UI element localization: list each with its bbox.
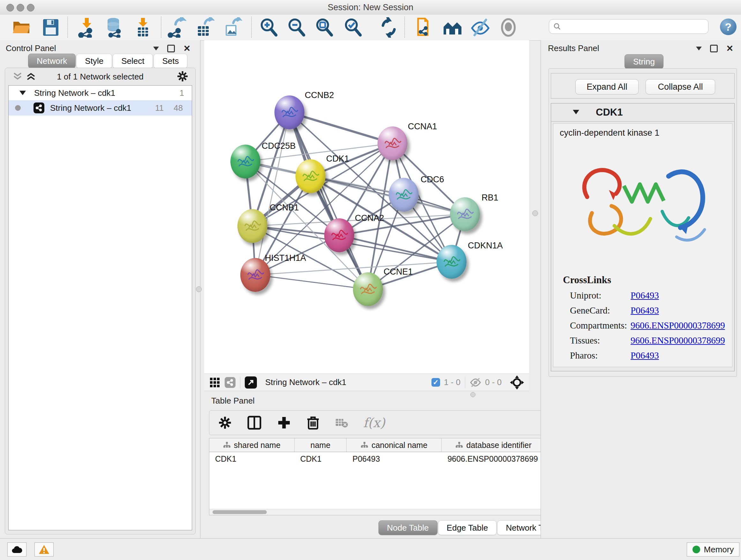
help-button[interactable]: ? bbox=[720, 18, 737, 35]
pan-crosshair-icon[interactable] bbox=[510, 375, 524, 389]
tab-string[interactable]: String bbox=[624, 54, 664, 69]
delete-column-trash-icon[interactable] bbox=[307, 415, 320, 430]
results-float-icon[interactable] bbox=[696, 47, 702, 51]
node-CDKN1A[interactable] bbox=[436, 245, 467, 279]
table-cell[interactable]: P06493 bbox=[347, 452, 442, 465]
view-title: String Network – cdk1 bbox=[265, 377, 346, 387]
delete-table-icon-disabled bbox=[335, 418, 348, 428]
panel-close-icon[interactable]: ✕ bbox=[183, 46, 191, 51]
cloud-status-button[interactable] bbox=[7, 543, 26, 557]
node-CDC6[interactable] bbox=[389, 178, 419, 212]
section-collapse-icon[interactable] bbox=[573, 110, 579, 114]
node-CCNA1[interactable] bbox=[378, 126, 408, 160]
table-cell[interactable]: 9606.ENSP00000378699 bbox=[442, 452, 546, 465]
export-network-icon[interactable] bbox=[166, 17, 186, 38]
collection-count: 1 bbox=[180, 88, 184, 98]
memory-status-dot bbox=[692, 546, 700, 553]
column-header-shared-name[interactable]: shared name bbox=[209, 438, 294, 452]
import-network-database-icon[interactable] bbox=[104, 17, 124, 38]
crosslink-link[interactable]: P06493 bbox=[630, 350, 659, 361]
crosslink-link[interactable]: 9606.ENSP00000378699 bbox=[630, 335, 725, 346]
tab-node-table[interactable]: Node Table bbox=[379, 520, 437, 535]
right-splitter-handle[interactable] bbox=[532, 210, 538, 216]
warnings-button[interactable] bbox=[35, 543, 54, 557]
memory-label: Memory bbox=[704, 545, 734, 555]
show-all-eye-icon[interactable] bbox=[498, 17, 519, 38]
column-header-database-identifier[interactable]: database identifier bbox=[442, 438, 546, 452]
tab-network[interactable]: Network bbox=[28, 54, 76, 68]
crosslink-link[interactable]: 9606.ENSP00000378699 bbox=[630, 320, 725, 331]
table-cell[interactable]: CDK1 bbox=[294, 452, 347, 465]
hidden-eye-icon[interactable] bbox=[470, 378, 481, 387]
add-column-plus-icon[interactable] bbox=[277, 416, 291, 430]
node-CCNA2[interactable] bbox=[324, 219, 354, 252]
import-network-file-icon[interactable] bbox=[77, 17, 97, 38]
bottom-splitter-handle[interactable] bbox=[470, 392, 475, 397]
crosslink-link[interactable]: P06493 bbox=[630, 305, 659, 316]
node-CCNB2[interactable] bbox=[274, 96, 305, 129]
network-row-selected[interactable]: String Network – cdk1 11 48 bbox=[9, 100, 192, 116]
zoom-out-icon[interactable] bbox=[286, 17, 307, 38]
open-file-icon[interactable] bbox=[11, 17, 32, 38]
node-CDK1[interactable] bbox=[295, 159, 326, 193]
node-RB1[interactable] bbox=[450, 197, 480, 231]
results-close-icon[interactable]: ✕ bbox=[726, 46, 733, 51]
collection-expand-icon[interactable] bbox=[19, 91, 26, 95]
show-columns-icon[interactable] bbox=[247, 415, 262, 430]
clone-network-icon[interactable] bbox=[414, 17, 434, 38]
crosslink-label: Pharos: bbox=[570, 350, 598, 361]
scrollbar-thumb[interactable] bbox=[212, 510, 267, 514]
column-header-name[interactable]: name bbox=[294, 438, 347, 452]
export-image-icon[interactable] bbox=[222, 17, 242, 38]
string-view-icon[interactable] bbox=[225, 377, 235, 388]
zoom-in-icon[interactable] bbox=[259, 17, 279, 38]
refresh-view-icon[interactable] bbox=[379, 17, 399, 38]
edge-CCNE1-HIST1H1A[interactable] bbox=[255, 275, 368, 289]
memory-button[interactable]: Memory bbox=[687, 543, 739, 557]
tab-style[interactable]: Style bbox=[76, 54, 112, 68]
zoom-selected-icon[interactable] bbox=[343, 17, 363, 38]
string-network-icon bbox=[33, 103, 44, 113]
results-maximize-icon[interactable] bbox=[710, 45, 718, 52]
panel-float-icon[interactable] bbox=[153, 47, 159, 51]
column-header-canonical-name[interactable]: canonical name bbox=[347, 438, 442, 452]
protein-structure-thumbnail bbox=[389, 178, 419, 212]
gear-icon[interactable] bbox=[177, 71, 188, 82]
table-cell[interactable]: CDK1 bbox=[209, 452, 294, 465]
node-label-CCNA1: CCNA1 bbox=[408, 122, 437, 132]
edge-CCNB2-HIST1H1A[interactable] bbox=[255, 112, 289, 275]
node-CCNE1[interactable] bbox=[353, 272, 383, 306]
zoom-fit-icon[interactable] bbox=[314, 17, 335, 38]
collapse-all-button[interactable]: Collapse All bbox=[646, 79, 715, 95]
node-CDC25B[interactable] bbox=[230, 145, 260, 179]
node-CCNB1[interactable] bbox=[238, 209, 267, 243]
table-settings-gear-icon[interactable] bbox=[218, 416, 232, 429]
gene-section-header[interactable]: CDK1 bbox=[551, 104, 734, 122]
left-splitter-handle[interactable] bbox=[196, 287, 202, 292]
export-table-icon[interactable] bbox=[194, 17, 214, 38]
hide-selected-eye-icon[interactable] bbox=[470, 17, 490, 38]
node-label-HIST1H1A: HIST1H1A bbox=[265, 253, 306, 263]
birds-eye-view-icon[interactable] bbox=[209, 377, 220, 388]
string-results-container: Expand All Collapse All CDK1 cyclin-depe… bbox=[549, 68, 737, 377]
network-collection-row[interactable]: String Network – cdk1 1 bbox=[9, 85, 192, 100]
import-table-icon[interactable] bbox=[133, 17, 153, 38]
edge-CCNB2-CCNA1[interactable] bbox=[289, 112, 393, 143]
search-input[interactable] bbox=[549, 19, 709, 34]
panel-maximize-icon[interactable] bbox=[167, 45, 175, 52]
tab-sets[interactable]: Sets bbox=[153, 54, 187, 68]
detach-view-icon[interactable] bbox=[245, 376, 257, 388]
crosslink-link[interactable]: P06493 bbox=[630, 290, 659, 301]
protein-structure-thumbnail bbox=[295, 159, 326, 193]
selected-nodes-checkbox[interactable]: ✓ bbox=[431, 378, 440, 387]
control-panel: Control Panel ✕ NetworkStyleSelectSets 1… bbox=[0, 40, 200, 538]
node-label-CDC25B: CDC25B bbox=[262, 141, 296, 151]
search-icon bbox=[553, 22, 561, 30]
function-builder-icon: f(x) bbox=[363, 415, 385, 430]
network-canvas[interactable]: CCNB2 CCNA1 CDC25B CDK1 CDC6 RB1 bbox=[204, 40, 529, 374]
first-neighbors-icon[interactable] bbox=[442, 17, 463, 38]
save-session-icon[interactable] bbox=[41, 17, 61, 38]
expand-all-button[interactable]: Expand All bbox=[576, 79, 638, 95]
tab-edge-table[interactable]: Edge Table bbox=[438, 520, 497, 535]
tab-select[interactable]: Select bbox=[113, 54, 153, 68]
